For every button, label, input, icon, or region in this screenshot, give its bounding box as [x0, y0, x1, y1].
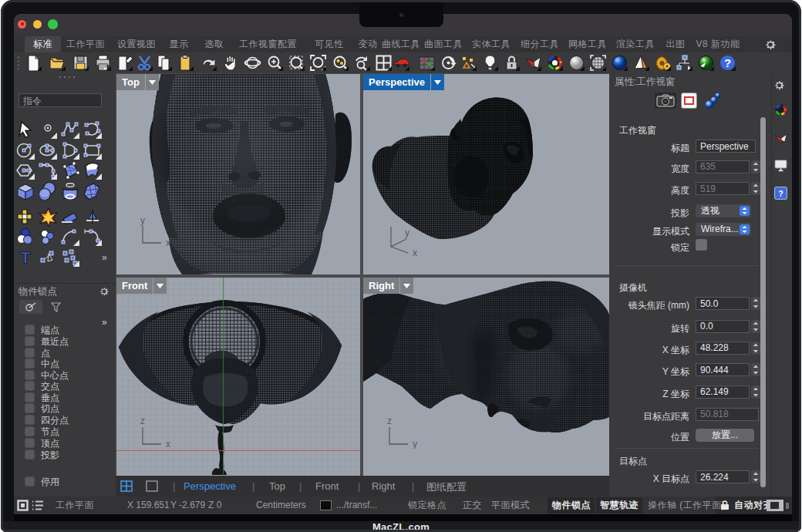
svg-text:?: ? [778, 189, 783, 198]
svg-text:z: z [387, 416, 392, 426]
svg-text:x: x [413, 247, 417, 258]
svg-text:T: T [20, 248, 31, 268]
svg-text:z: z [140, 416, 145, 426]
svg-text:x: x [166, 237, 170, 247]
svg-text:x: x [166, 439, 170, 449]
svg-text:y: y [405, 227, 409, 238]
svg-text:y: y [140, 217, 145, 226]
svg-text:?: ? [724, 56, 731, 69]
svg-text:y: y [413, 439, 417, 449]
